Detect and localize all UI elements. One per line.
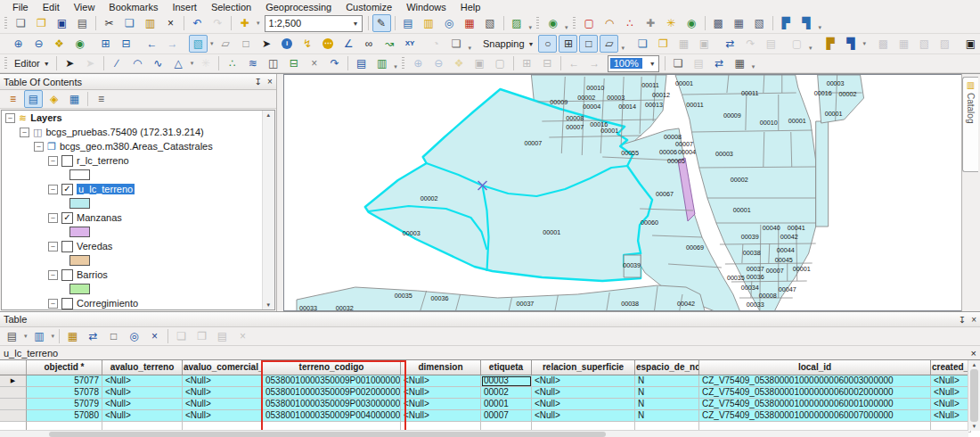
delete-icon[interactable]: × — [161, 14, 180, 32]
trace-tool-icon[interactable]: ∿ — [149, 54, 167, 72]
scroll-down-icon[interactable]: ▼ — [972, 424, 977, 429]
arctoolbox-window-icon[interactable]: ▦ — [461, 14, 479, 32]
layer-label[interactable]: Corregimiento — [77, 298, 138, 309]
table-cell[interactable]: 05380010000350009P002000000000 — [263, 387, 401, 399]
straight-segment-icon[interactable]: ∕ — [108, 54, 127, 72]
layer-symbol-row[interactable] — [2, 168, 274, 182]
toolbar-overflow-icon[interactable]: ▾ — [565, 24, 568, 33]
toolbar-grip[interactable] — [402, 57, 404, 70]
select-elements-icon[interactable]: ➤ — [257, 35, 276, 53]
topology-error-inspector-icon[interactable]: ▦ — [730, 14, 748, 32]
expander-icon[interactable]: – — [48, 270, 58, 280]
find-icon[interactable]: ∞ — [360, 35, 379, 53]
table-cell[interactable]: CZ_V75409_0538000010000000060007000000 — [699, 410, 931, 422]
table-cell[interactable]: <Null> — [102, 375, 183, 387]
table-cell[interactable]: <Null> — [401, 399, 481, 410]
column-header[interactable]: etiqueta — [481, 360, 532, 375]
toolbar-overflow-icon[interactable]: ▾ — [809, 45, 813, 54]
table-cell[interactable]: 00001 — [481, 399, 532, 410]
toolbar-grip[interactable] — [4, 57, 7, 70]
layer-label[interactable]: r_lc_terreno — [77, 155, 129, 166]
menu-item-customize[interactable]: Customize — [339, 1, 399, 13]
attributes-window-icon[interactable]: ▤ — [352, 54, 371, 72]
clear-selection-icon[interactable]: □ — [104, 327, 123, 345]
toc-item-manzanas[interactable]: –✓Manzanas — [2, 210, 274, 225]
snap-vertex-icon[interactable]: □ — [579, 35, 598, 53]
go-to-xy-icon[interactable]: XY — [401, 35, 420, 53]
row-selector-cell[interactable]: ▶ — [0, 375, 27, 387]
table-close-icon[interactable]: × — [971, 315, 976, 325]
select-by-graphics-icon[interactable]: ▱ — [216, 35, 235, 53]
rotate-tool-icon[interactable]: ↷ — [325, 54, 344, 72]
construction-tool-icon[interactable]: △ — [169, 54, 188, 72]
line-intersection-icon[interactable]: × — [305, 54, 323, 72]
table-cell[interactable]: <Null> — [532, 387, 635, 399]
expander-icon[interactable]: – — [48, 242, 58, 251]
table-cell[interactable]: <Null> — [931, 375, 971, 387]
full-extent-icon[interactable]: ◉ — [70, 35, 89, 53]
table-cell[interactable]: 05380010000350009P001000000000 — [263, 375, 401, 387]
expander-icon[interactable]: – — [48, 156, 58, 166]
print-icon[interactable]: ▤ — [73, 14, 92, 32]
layout-zoom-combo[interactable]: 100%▼ — [608, 55, 659, 72]
table-pin-icon[interactable]: ↧ — [959, 315, 966, 325]
table-cell[interactable]: 57077 — [27, 375, 102, 387]
chevron-down-icon[interactable]: ▼ — [350, 16, 362, 31]
table-cell[interactable]: CZ_V75409_0538000010000000060002000000 — [699, 387, 931, 399]
union-tool-icon[interactable]: ▛ — [821, 35, 840, 53]
topology-edit-icon[interactable]: ▩ — [709, 14, 728, 32]
layer-visibility-checkbox[interactable] — [61, 155, 73, 167]
find-route-icon[interactable]: ↝ — [380, 35, 399, 53]
list-by-drawing-order-icon[interactable]: ≡ — [4, 90, 22, 108]
toc-item-bcgs-geo-m380-areas-catastrales[interactable]: –❐bcgs_geo.m380.Areas_Catastrales — [2, 139, 274, 153]
column-header[interactable]: objectid * — [27, 360, 102, 375]
snap-end-icon[interactable]: ⊞ — [559, 35, 577, 53]
undo-icon[interactable]: ↶ — [188, 14, 207, 32]
cogo-offset-icon[interactable]: ✚ — [641, 14, 660, 32]
new-document-icon[interactable]: ❏ — [12, 14, 30, 32]
layer-symbol-swatch[interactable] — [69, 198, 90, 209]
switch-selection-icon[interactable]: ⇄ — [84, 327, 102, 345]
toc-item-barrios[interactable]: –Barrios — [2, 268, 274, 282]
save-icon[interactable]: ▣ — [53, 14, 71, 32]
expander-icon[interactable]: – — [5, 113, 15, 123]
delete-selected-icon[interactable]: × — [145, 327, 164, 345]
layer-label[interactable]: Veredas — [77, 241, 112, 251]
toolbar-overflow-icon[interactable]: ▾ — [752, 63, 755, 72]
split-tool-icon[interactable]: ⊟ — [284, 54, 303, 72]
forward-extent-icon[interactable]: → — [163, 35, 182, 53]
sketch-properties-icon[interactable]: ▥ — [372, 54, 391, 72]
expander-icon[interactable]: – — [48, 213, 58, 223]
parcel-strip-bottom[interactable] — [297, 285, 706, 310]
layer-symbol-swatch[interactable] — [69, 284, 90, 294]
table-cell[interactable]: <Null> — [183, 387, 263, 399]
cogo-vertices-icon[interactable]: ∴ — [621, 14, 640, 32]
layer-visibility-checkbox[interactable]: ✓ — [61, 184, 73, 195]
measure-icon[interactable]: ∠ — [339, 35, 358, 53]
row-selector-cell[interactable] — [0, 360, 27, 375]
fixed-zoom-in-icon[interactable]: ⊞ — [96, 35, 115, 53]
toc-item-layers[interactable]: –≋Layers — [2, 111, 274, 125]
list-by-source-icon[interactable]: ▤ — [24, 90, 43, 108]
scroll-up-icon[interactable]: ▲ — [972, 362, 977, 367]
chevron-down-icon[interactable]: ▾ — [257, 20, 260, 27]
parcel-explorer-icon[interactable]: ▛ — [777, 14, 796, 32]
pan-icon[interactable]: ❖ — [50, 35, 69, 53]
chevron-down-icon[interactable]: ▼ — [647, 56, 658, 71]
modify-parcel-icon[interactable]: ▜ — [842, 35, 861, 53]
cut-icon[interactable]: ✂ — [100, 14, 118, 32]
chevron-down-icon[interactable]: ▾ — [863, 40, 867, 47]
grid-tool-icon[interactable]: ▣ — [961, 35, 980, 53]
table-cell[interactable]: CZ_V75409_0538000010000000060003000000 — [699, 375, 931, 387]
table-cell[interactable]: <Null> — [401, 375, 481, 387]
toc-options-icon[interactable]: ≡ — [92, 90, 110, 108]
layer-visibility-checkbox[interactable]: ✓ — [61, 212, 73, 224]
column-header[interactable]: terreno_codigo — [263, 360, 401, 375]
table-cell[interactable]: N — [635, 399, 699, 410]
open-folder-icon[interactable]: ❐ — [32, 14, 51, 32]
menu-item-selection[interactable]: Selection — [204, 1, 258, 13]
table-cell[interactable]: 57078 — [27, 387, 102, 399]
panel-splitter[interactable] — [277, 74, 283, 311]
print-page-icon[interactable]: ▦ — [731, 54, 749, 72]
toc-item-corregimiento[interactable]: –Corregimiento — [2, 296, 274, 310]
